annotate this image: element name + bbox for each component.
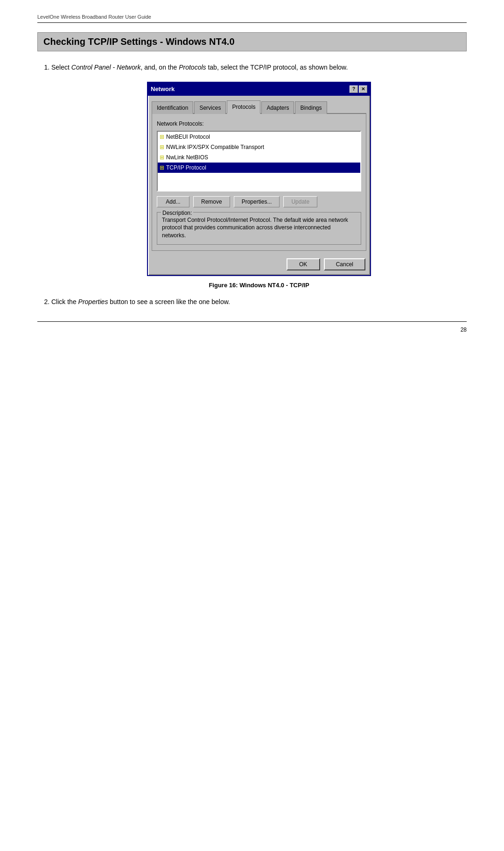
protocol-name-nwlink-ipx: NWLink IPX/SPX Compatible Transport xyxy=(166,143,264,151)
ok-button[interactable]: OK xyxy=(287,258,320,270)
dialog-title: Network xyxy=(151,85,175,94)
protocol-buttons: Add... Remove Properties... Update xyxy=(157,196,361,207)
step-1-italic2: Protocols xyxy=(179,64,206,71)
step-1-text-mid: , and, on the xyxy=(140,64,179,71)
tab-adapters[interactable]: Adapters xyxy=(261,101,294,114)
page-header: LevelOne Wireless Broadband Router User … xyxy=(37,14,467,23)
section-title: Checking TCP/IP Settings - Windows NT4.0 xyxy=(37,32,467,51)
protocol-nwlink-netbios[interactable]: ⊞ NwLink NetBIOS xyxy=(158,152,360,163)
dialog-titlebar: Network ? ✕ xyxy=(148,83,370,96)
description-label: Description: xyxy=(161,209,193,217)
remove-button[interactable]: Remove xyxy=(193,196,230,207)
dialog-wrapper: Network ? ✕ Identification Services Prot… xyxy=(51,82,467,276)
footer-line xyxy=(37,321,467,322)
tab-bindings[interactable]: Bindings xyxy=(295,101,327,114)
protocol-icon-netbeui: ⊞ xyxy=(160,133,164,141)
help-button[interactable]: ? xyxy=(350,85,358,93)
close-button[interactable]: ✕ xyxy=(359,85,367,93)
step-1-italic1: Control Panel - Network xyxy=(71,64,141,71)
tab-identification[interactable]: Identification xyxy=(152,101,193,114)
page-number: 28 xyxy=(461,326,467,333)
protocol-nwlink-ipx[interactable]: ⊞ NWLink IPX/SPX Compatible Transport xyxy=(158,142,360,152)
protocol-icon-nwlink-ipx: ⊞ xyxy=(160,143,164,151)
tab-content-protocols: Network Protocols: ⊞ NetBEUI Protocol ⊞ … xyxy=(152,114,366,251)
protocol-tcpip[interactable]: ⊞ TCP/IP Protocol xyxy=(158,163,360,173)
update-button[interactable]: Update xyxy=(283,196,317,207)
step-2-text-before: Click the xyxy=(51,298,78,305)
protocol-name-nwlink-netbios: NwLink NetBIOS xyxy=(166,153,208,162)
titlebar-buttons: ? ✕ xyxy=(350,85,367,93)
add-button[interactable]: Add... xyxy=(157,196,189,207)
step-2-italic1: Properties xyxy=(78,298,108,305)
network-dialog: Network ? ✕ Identification Services Prot… xyxy=(147,82,371,276)
step-2: Click the Properties button to see a scr… xyxy=(51,297,467,307)
step-1-text-after: tab, select the TCP/IP protocol, as show… xyxy=(206,64,348,71)
protocol-icon-nwlink-netbios: ⊞ xyxy=(160,153,164,162)
tab-services[interactable]: Services xyxy=(194,101,226,114)
tab-bar: Identification Services Protocols Adapte… xyxy=(152,99,366,114)
protocol-netbeui[interactable]: ⊞ NetBEUI Protocol xyxy=(158,132,360,142)
dialog-body: Identification Services Protocols Adapte… xyxy=(148,96,370,255)
cancel-button[interactable]: Cancel xyxy=(324,258,365,270)
description-text: Transport Control Protocol/Internet Prot… xyxy=(162,216,356,240)
tab-protocols[interactable]: Protocols xyxy=(227,100,260,114)
properties-button[interactable]: Properties... xyxy=(234,196,280,207)
protocol-name-netbeui: NetBEUI Protocol xyxy=(166,133,210,141)
step-1: Select Control Panel - Network, and, on … xyxy=(51,63,467,290)
description-groupbox: Description: Transport Control Protocol/… xyxy=(157,212,361,245)
protocol-name-tcpip: TCP/IP Protocol xyxy=(166,163,206,172)
protocols-listbox[interactable]: ⊞ NetBEUI Protocol ⊞ NWLink IPX/SPX Comp… xyxy=(157,131,361,191)
network-protocols-label: Network Protocols: xyxy=(157,120,361,128)
step-1-text-before: Select xyxy=(51,64,71,71)
step-2-text-after: button to see a screen like the one belo… xyxy=(108,298,230,305)
protocol-icon-tcpip: ⊞ xyxy=(160,163,164,172)
dialog-action-buttons: OK Cancel xyxy=(148,255,370,275)
figure-caption: Figure 16: Windows NT4.0 - TCP/IP xyxy=(51,281,467,290)
